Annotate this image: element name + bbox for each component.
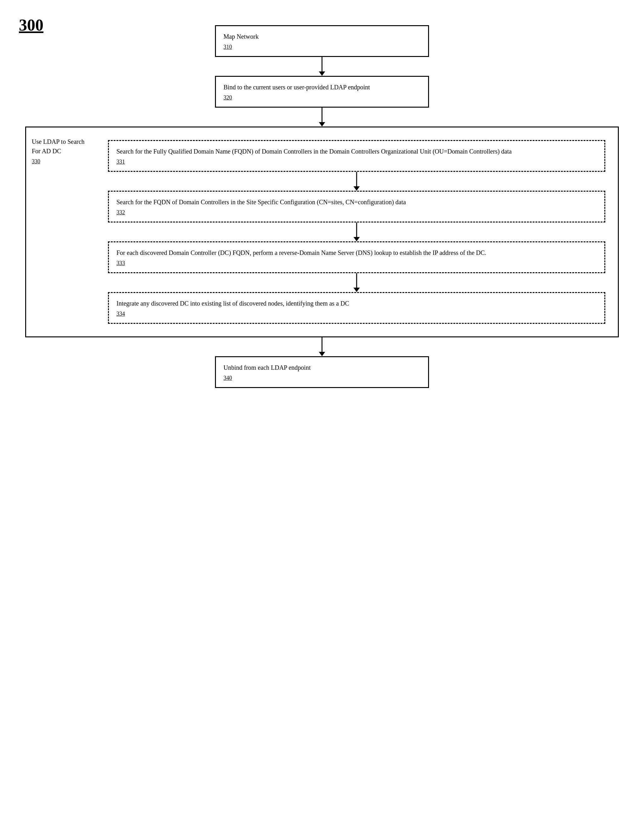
node-333-ref: 333: [116, 260, 597, 267]
node-331-ref: 331: [116, 159, 597, 165]
node-310: Map Network 310: [215, 25, 429, 57]
node-310-ref: 310: [224, 44, 420, 50]
node-320-ref: 320: [224, 95, 420, 101]
arrow-310-320: [187, 57, 457, 76]
node-340-text: Unbind from each LDAP endpoint: [224, 363, 420, 372]
flowchart: Map Network 310 Bind to the current user…: [25, 25, 619, 388]
node-310-text: Map Network: [224, 32, 420, 41]
node-340-ref: 340: [224, 375, 420, 381]
node-320: Bind to the current users or user-provid…: [215, 76, 429, 108]
node-330-text: Use LDAP to Search For AD DC: [32, 137, 90, 156]
node-332-text: Search for the FQDN of Domain Controller…: [116, 197, 597, 207]
arrow-outer-340: [187, 337, 457, 356]
arrow-332-333: [108, 222, 605, 241]
node-332: Search for the FQDN of Domain Controller…: [108, 191, 605, 222]
node-333-text: For each discovered Domain Controller (D…: [116, 248, 597, 257]
left-label-area: Use LDAP to Search For AD DC 330: [26, 127, 95, 336]
arrow-320-outer: [187, 108, 457, 127]
node-333: For each discovered Domain Controller (D…: [108, 241, 605, 273]
outer-ldap-box: Use LDAP to Search For AD DC 330 Search …: [25, 127, 619, 337]
node-334: Integrate any discovered DC into existin…: [108, 292, 605, 324]
node-332-ref: 332: [116, 209, 597, 216]
arrow-331-332: [108, 172, 605, 191]
node-331: Search for the Fully Qualified Domain Na…: [108, 140, 605, 172]
node-334-text: Integrate any discovered DC into existin…: [116, 299, 597, 308]
node-320-text: Bind to the current users or user-provid…: [224, 82, 420, 92]
node-331-text: Search for the Fully Qualified Domain Na…: [116, 146, 597, 156]
node-330-ref: 330: [32, 158, 90, 165]
right-flow-area: Search for the Fully Qualified Domain Na…: [95, 127, 618, 336]
arrow-333-334: [108, 273, 605, 292]
node-334-ref: 334: [116, 310, 597, 317]
node-340: Unbind from each LDAP endpoint 340: [215, 356, 429, 388]
